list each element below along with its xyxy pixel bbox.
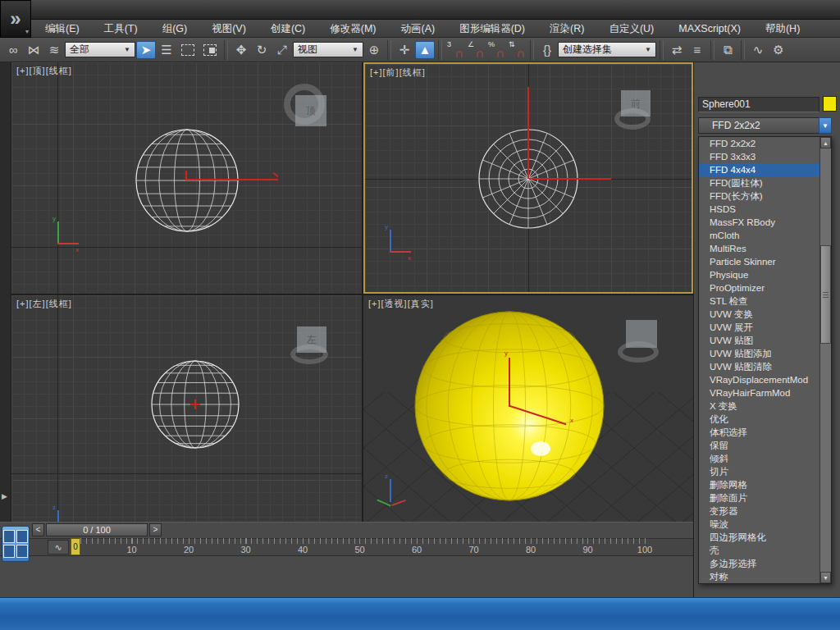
modifier-list-item[interactable]: STL 检查: [699, 294, 831, 308]
modifier-list-item[interactable]: X 变换: [699, 399, 831, 413]
menu-item-12[interactable]: 帮助(H): [753, 20, 812, 38]
viewcube-top[interactable]: 顶: [284, 84, 338, 138]
spinner-snap-icon[interactable]: ⇅∩: [507, 41, 527, 59]
time-slider-prev-button[interactable]: <: [32, 523, 44, 536]
menu-item-7[interactable]: 动画(A): [388, 20, 447, 38]
viewport-persp-label[interactable]: [+][透视][真实]: [368, 298, 434, 310]
modifier-list-item[interactable]: 四边形网格化: [699, 531, 831, 544]
modifier-list-item[interactable]: 倾斜: [699, 452, 831, 465]
menu-item-4[interactable]: 视图(V): [199, 20, 258, 38]
modifier-list-item[interactable]: 删除网格: [699, 478, 831, 491]
modifier-dropdown-arrow[interactable]: ▼: [819, 117, 832, 134]
menu-item-5[interactable]: 创建(C): [258, 20, 317, 38]
modifier-list-item[interactable]: 变形器: [699, 504, 831, 518]
modifier-list-item[interactable]: 切片: [699, 465, 831, 478]
modifier-list-item[interactable]: mCloth: [699, 229, 831, 242]
bind-to-space-warp-icon[interactable]: ≋: [44, 41, 64, 59]
viewport-front-label[interactable]: [+][前][线框]: [370, 66, 426, 79]
use-pivot-point-icon[interactable]: ⊕: [364, 41, 384, 59]
viewport-left-label[interactable]: [+][左][线框]: [16, 298, 72, 310]
time-slider-handle[interactable]: 0 / 100: [46, 523, 148, 536]
current-frame-marker[interactable]: 0: [71, 538, 80, 555]
modifier-list-item[interactable]: Physique: [699, 268, 831, 281]
viewport-side-strip[interactable]: [0, 62, 11, 522]
time-slider-next-button[interactable]: >: [149, 523, 162, 536]
select-and-scale-icon[interactable]: ⤢: [272, 41, 292, 59]
select-by-name-icon[interactable]: ☰: [157, 41, 176, 59]
open-mini-curve-editor-button[interactable]: ∿: [48, 540, 69, 555]
reference-coordinate-dropdown[interactable]: 视图▼: [293, 42, 363, 57]
viewport-front[interactable]: [+][前][线框] 前 y x: [363, 62, 693, 294]
menu-item-10[interactable]: 自定义(U): [596, 20, 666, 38]
rectangular-selection-region-icon[interactable]: [181, 44, 194, 56]
window-crossing-icon[interactable]: [203, 44, 217, 56]
menu-item-3[interactable]: 组(G): [150, 20, 200, 38]
menu-item-1[interactable]: 编辑(E): [33, 20, 92, 38]
modifier-list-item[interactable]: 噪波: [699, 518, 831, 531]
align-icon[interactable]: ≡: [687, 41, 707, 59]
layer-manager-icon[interactable]: ⧉: [718, 41, 737, 59]
modifier-list-item[interactable]: FFD 2x2x2: [699, 137, 831, 150]
modifier-list-item[interactable]: FFD(长方体): [699, 189, 831, 203]
select-and-manipulate-icon[interactable]: ✛: [395, 41, 414, 59]
modifier-list-item[interactable]: MultiRes: [699, 242, 831, 255]
menu-item-9[interactable]: 渲染(R): [537, 20, 596, 38]
menu-item-11[interactable]: MAXScript(X): [666, 20, 753, 38]
mirror-icon[interactable]: ⇄: [667, 41, 687, 59]
select-and-move-icon[interactable]: ✥: [231, 41, 251, 59]
modifier-list-item[interactable]: UVW 贴图添加: [699, 347, 831, 360]
modifier-list-item[interactable]: FFD(圆柱体): [699, 176, 831, 189]
modifier-list-item[interactable]: VRayDisplacementMod: [699, 373, 831, 386]
modifier-list-item[interactable]: 多边形选择: [699, 557, 831, 570]
selection-filter-dropdown[interactable]: 全部▼: [65, 42, 135, 57]
modifier-list-item[interactable]: 优化: [699, 413, 831, 426]
app-menu-button[interactable]: »▾: [0, 0, 31, 38]
unlink-selection-icon[interactable]: ⋈: [24, 41, 43, 59]
modifier-dropdown-field[interactable]: FFD 2x2x2: [698, 117, 832, 134]
menu-item-6[interactable]: 修改器(M): [317, 20, 388, 38]
scroll-thumb[interactable]: [820, 245, 831, 344]
modifier-list-item[interactable]: FFD 4x4x4: [699, 163, 831, 176]
modifier-list-item[interactable]: MassFX RBody: [699, 216, 831, 229]
named-selection-sets-icon[interactable]: {}: [537, 41, 557, 59]
modifier-list-item[interactable]: HSDS: [699, 203, 831, 216]
curve-editor-icon[interactable]: ∿: [748, 41, 768, 59]
select-and-link-icon[interactable]: ∞: [3, 41, 23, 59]
scroll-down-icon[interactable]: ▼: [820, 572, 831, 583]
snaps-toggle-icon[interactable]: 3∩: [445, 41, 465, 59]
modifier-list-item[interactable]: 删除面片: [699, 491, 831, 504]
menu-item-8[interactable]: 图形编辑器(D): [447, 20, 537, 38]
modifier-list-item[interactable]: ProOptimizer: [699, 281, 831, 294]
viewcube-front[interactable]: 前: [611, 90, 662, 139]
viewport-top-label[interactable]: [+][顶][线框]: [16, 65, 72, 77]
keyboard-shortcut-override-icon[interactable]: ▲: [415, 41, 435, 59]
named-selection-dropdown[interactable]: 创建选择集▼: [558, 42, 656, 57]
object-color-swatch[interactable]: [823, 96, 837, 112]
modifier-list-item[interactable]: Particle Skinner: [699, 255, 831, 268]
modifier-list-item[interactable]: UVW 贴图清除: [699, 360, 831, 373]
modifier-list-item[interactable]: UVW 展开: [699, 321, 831, 334]
viewport-perspective[interactable]: [+][透视][真实] y x z: [363, 295, 693, 522]
percent-snap-icon[interactable]: %∩: [486, 41, 506, 59]
modifier-list-item[interactable]: 体积选择: [699, 426, 831, 439]
scroll-up-icon[interactable]: ▲: [820, 137, 831, 148]
select-and-rotate-icon[interactable]: ↻: [252, 41, 272, 59]
modifier-list-item[interactable]: FFD 3x3x3: [699, 150, 831, 163]
object-name-field[interactable]: Sphere001: [698, 97, 819, 112]
viewport-layout-button[interactable]: [2, 526, 30, 562]
modifier-list-item[interactable]: 保留: [699, 439, 831, 452]
render-setup-icon[interactable]: ⚙: [769, 41, 788, 59]
modifier-list-scrollbar[interactable]: ▲ ▼: [819, 137, 831, 583]
modifier-list-item[interactable]: 对称: [699, 570, 831, 583]
viewport-top[interactable]: [+][顶][线框] 顶 y x: [11, 62, 362, 294]
expand-arrow-icon[interactable]: ▶: [2, 492, 7, 500]
select-object-icon[interactable]: ➤: [136, 41, 156, 59]
menu-item-2[interactable]: 工具(T): [92, 20, 150, 38]
modifier-list-item[interactable]: UVW 贴图: [699, 334, 831, 347]
modifier-list-item[interactable]: VRayHairFarmMod: [699, 386, 831, 399]
modifier-list-item[interactable]: UVW 变换: [699, 308, 831, 321]
track-bar-ruler[interactable]: 0102030405060708090100: [70, 538, 693, 556]
viewport-left[interactable]: [+][左][线框] 左 z y: [11, 295, 362, 522]
modifier-list-item[interactable]: 壳: [699, 544, 831, 557]
viewcube-perspective[interactable]: [616, 320, 670, 371]
